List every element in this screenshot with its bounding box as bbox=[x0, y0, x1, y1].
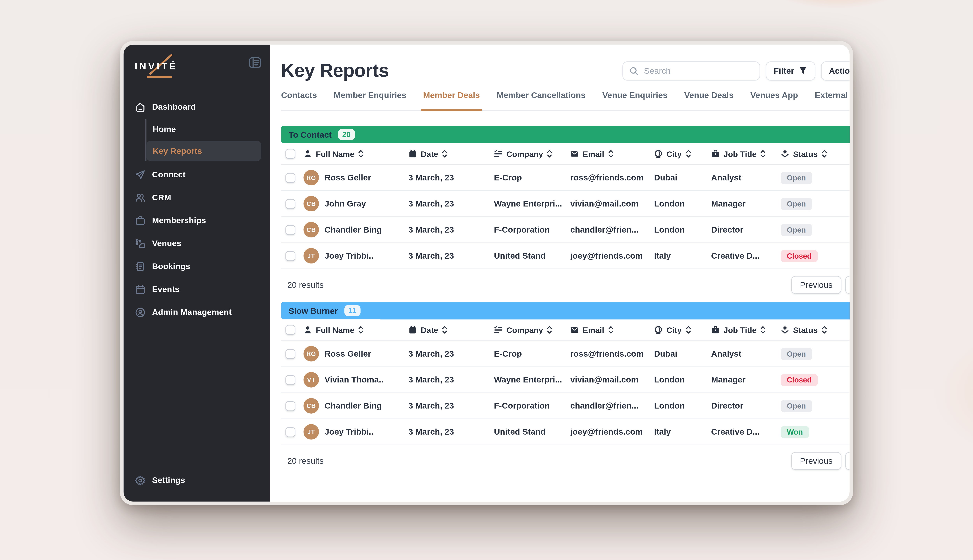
sidebar-item-label: Memberships bbox=[152, 216, 206, 225]
sort-icon[interactable] bbox=[608, 325, 614, 334]
logo-text: INVITÉ bbox=[135, 61, 178, 72]
city: Italy bbox=[654, 427, 711, 437]
tab-external-venues[interactable]: External Venues bbox=[815, 91, 853, 110]
column-label: Full Name bbox=[316, 149, 354, 158]
briefcase-filled-icon bbox=[711, 325, 720, 334]
sidebar-collapse-icon[interactable] bbox=[249, 57, 261, 68]
actions-button[interactable]: Actions bbox=[821, 61, 853, 80]
tab-contacts[interactable]: Contacts bbox=[281, 91, 317, 110]
sort-icon[interactable] bbox=[358, 149, 364, 158]
sidebar-item-label: Connect bbox=[152, 170, 186, 179]
table-row[interactable]: CBJohn Gray 3 March, 23 Wayne Enterpri..… bbox=[281, 191, 853, 217]
tab-venues-app[interactable]: Venues App bbox=[751, 91, 798, 110]
column-label: Date bbox=[421, 149, 438, 158]
row-checkbox[interactable] bbox=[286, 427, 296, 437]
search-input[interactable] bbox=[643, 65, 755, 76]
full-name: Vivian Thoma.. bbox=[324, 375, 384, 384]
row-checkbox[interactable] bbox=[286, 375, 296, 385]
sort-icon[interactable] bbox=[760, 149, 766, 158]
table-row[interactable]: VTVivian Thoma.. 3 March, 23 Wayne Enter… bbox=[281, 367, 853, 393]
section-header[interactable]: Slow Burner 11 bbox=[281, 302, 853, 319]
app-window: INVITÉ Dashboa bbox=[120, 41, 853, 505]
tab-member-cancellations[interactable]: Member Cancellations bbox=[497, 91, 585, 110]
date: 3 March, 23 bbox=[408, 173, 494, 182]
sidebar-item-label: Venues bbox=[152, 239, 181, 248]
company: E-Crop bbox=[494, 349, 570, 358]
row-checkbox[interactable] bbox=[286, 349, 296, 359]
results-count: 20 results bbox=[281, 457, 324, 466]
job-title: Director bbox=[711, 225, 781, 235]
sidebar-item-bookings[interactable]: Bookings bbox=[124, 255, 270, 278]
table-row[interactable]: CBChandler Bing 3 March, 23 F-Corporatio… bbox=[281, 217, 853, 243]
person-icon bbox=[303, 325, 312, 334]
user-circle-icon bbox=[135, 307, 146, 318]
select-all-checkbox[interactable] bbox=[286, 325, 296, 335]
status-layers-icon bbox=[781, 325, 789, 334]
row-checkbox[interactable] bbox=[286, 401, 296, 411]
sidebar-item-home[interactable]: Home bbox=[147, 119, 261, 139]
table-row[interactable]: RGRoss Geller 3 March, 23 E-Crop ross@fr… bbox=[281, 165, 853, 191]
status-badge: Won bbox=[781, 426, 809, 438]
sidebar-item-label: CRM bbox=[152, 193, 171, 202]
status-badge: Open bbox=[781, 400, 812, 412]
row-checkbox[interactable] bbox=[286, 251, 296, 261]
sidebar-item-memberships[interactable]: Memberships bbox=[124, 209, 270, 232]
sidebar-item-connect[interactable]: Connect bbox=[124, 163, 270, 186]
sidebar-item-label: Dashboard bbox=[152, 102, 196, 112]
avatar: CB bbox=[303, 196, 319, 212]
sort-icon[interactable] bbox=[608, 149, 614, 158]
select-all-checkbox[interactable] bbox=[286, 149, 296, 159]
company: United Stand bbox=[494, 251, 570, 260]
table-row[interactable]: JTJoey Tribbi.. 3 March, 23 United Stand… bbox=[281, 419, 853, 445]
row-checkbox[interactable] bbox=[286, 173, 296, 183]
status-badge: Closed bbox=[781, 250, 818, 262]
sort-icon[interactable] bbox=[547, 325, 552, 334]
sort-icon[interactable] bbox=[685, 325, 691, 334]
city: Dubai bbox=[654, 349, 711, 358]
sidebar-item-dashboard[interactable]: Dashboard bbox=[124, 95, 270, 118]
sort-icon[interactable] bbox=[358, 325, 364, 334]
sort-icon[interactable] bbox=[821, 149, 827, 158]
sidebar-item-admin-management[interactable]: Admin Management bbox=[124, 301, 270, 324]
filter-button[interactable]: Filter bbox=[766, 61, 815, 80]
tab-venue-enquiries[interactable]: Venue Enquiries bbox=[602, 91, 667, 110]
sort-icon[interactable] bbox=[760, 325, 766, 334]
tab-member-enquiries[interactable]: Member Enquiries bbox=[334, 91, 406, 110]
sidebar-item-crm[interactable]: CRM bbox=[124, 186, 270, 209]
tab-venue-deals[interactable]: Venue Deals bbox=[684, 91, 734, 110]
section-title: To Contact bbox=[289, 130, 332, 139]
next-button[interactable]: Next bbox=[845, 276, 853, 294]
briefcase-filled-icon bbox=[711, 149, 720, 158]
email: joey@friends.com bbox=[570, 427, 654, 437]
sort-icon[interactable] bbox=[442, 325, 448, 334]
previous-button[interactable]: Previous bbox=[791, 452, 841, 470]
company: F-Corporation bbox=[494, 225, 570, 235]
sidebar-item-venues[interactable]: Venues bbox=[124, 232, 270, 255]
sidebar-item-key-reports[interactable]: Key Reports bbox=[147, 141, 261, 161]
table-row[interactable]: JTJoey Tribbi.. 3 March, 23 United Stand… bbox=[281, 243, 853, 269]
sort-icon[interactable] bbox=[442, 149, 448, 158]
search-icon bbox=[629, 66, 639, 75]
sidebar-item-settings[interactable]: Settings bbox=[124, 469, 270, 492]
next-button[interactable]: Next bbox=[845, 452, 853, 470]
sort-icon[interactable] bbox=[821, 325, 827, 334]
row-checkbox[interactable] bbox=[286, 225, 296, 235]
section-to-contact: To Contact 20 Full Name Date Company Ema… bbox=[281, 126, 853, 301]
previous-button[interactable]: Previous bbox=[791, 276, 841, 294]
job-title: Analyst bbox=[711, 173, 781, 182]
funnel-icon bbox=[798, 66, 807, 75]
sort-icon[interactable] bbox=[547, 149, 552, 158]
full-name: Chandler Bing bbox=[324, 225, 382, 235]
date: 3 March, 23 bbox=[408, 349, 494, 358]
row-checkbox[interactable] bbox=[286, 199, 296, 208]
tab-member-deals[interactable]: Member Deals bbox=[423, 91, 480, 110]
sort-icon[interactable] bbox=[685, 149, 691, 158]
table-row[interactable]: CBChandler Bing 3 March, 23 F-Corporatio… bbox=[281, 393, 853, 419]
app-logo: INVITÉ bbox=[135, 56, 187, 79]
column-label: Job Title bbox=[724, 325, 757, 335]
column-label: Job Title bbox=[724, 149, 757, 158]
section-header[interactable]: To Contact 20 bbox=[281, 126, 853, 143]
table-row[interactable]: RGRoss Geller 3 March, 23 E-Crop ross@fr… bbox=[281, 341, 853, 367]
column-label: Email bbox=[583, 325, 604, 335]
sidebar-item-events[interactable]: Events bbox=[124, 278, 270, 301]
